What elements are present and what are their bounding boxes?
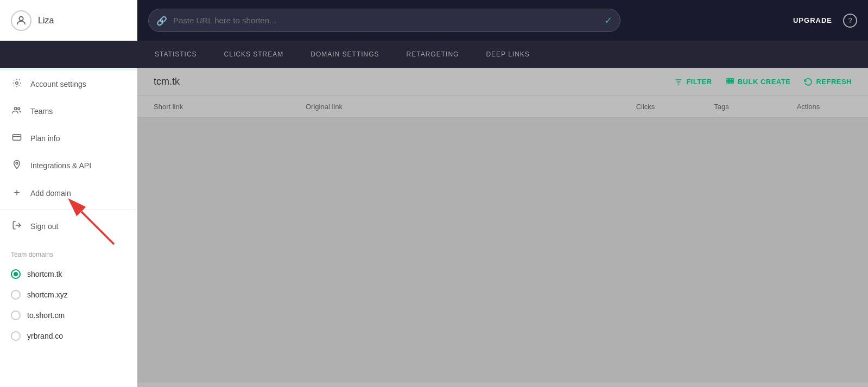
domain-item-shortcm-xyz[interactable]: shortcm.xyz: [11, 284, 126, 305]
svg-rect-18: [729, 81, 731, 83]
domain-radio: [11, 331, 21, 341]
tab-deep-links[interactable]: DEEP LINKS: [472, 41, 543, 68]
domain-title: tcm.tk: [154, 76, 180, 87]
sign-out-icon: [11, 220, 23, 232]
tab-clicks-stream[interactable]: CLICKS STREAM: [211, 41, 297, 68]
help-icon[interactable]: ?: [843, 14, 857, 28]
refresh-button[interactable]: REFRESH: [804, 78, 852, 86]
col-tags: Tags: [678, 103, 765, 111]
sidebar-item-sign-out[interactable]: Sign out: [0, 213, 137, 240]
domain-radio: [11, 290, 21, 300]
svg-point-5: [16, 82, 18, 85]
table-header: Short link Original link Clicks Tags Act…: [137, 96, 868, 118]
col-actions: Actions: [765, 103, 852, 111]
sidebar-item-add-domain[interactable]: + Add domain: [0, 179, 137, 207]
sidebar-item-label: Sign out: [30, 222, 58, 231]
user-avatar: [11, 10, 31, 31]
svg-rect-8: [13, 135, 21, 141]
domain-name: shortcm.tk: [27, 270, 62, 278]
plan-info-icon: [11, 132, 23, 144]
domain-name: yrbrand.co: [27, 332, 63, 340]
bulk-create-button[interactable]: BULK CREATE: [726, 78, 791, 86]
sidebar-item-label: Add domain: [30, 189, 71, 198]
content-area: tcm.tk FILTER BULK CREATE REFRESH Short …: [137, 68, 868, 387]
col-clicks: Clicks: [613, 103, 678, 111]
sidebar-item-label: Account settings: [30, 80, 86, 88]
sidebar-item-label: Teams: [30, 107, 53, 116]
col-original-link: Original link: [306, 103, 613, 111]
sidebar-item-label: Plan info: [30, 134, 60, 143]
user-name: Liza: [38, 16, 54, 26]
link-icon: 🔗: [156, 15, 167, 26]
teams-icon: [11, 105, 23, 117]
domain-name: to.short.cm: [27, 311, 65, 320]
check-icon: ✓: [604, 15, 612, 27]
sidebar-item-label: Integrations & API: [30, 161, 91, 170]
domain-item-to-short-cm[interactable]: to.short.cm: [11, 305, 126, 326]
domain-item-yrbrand-co[interactable]: yrbrand.co: [11, 326, 126, 346]
content-header: tcm.tk FILTER BULK CREATE REFRESH: [137, 68, 868, 96]
filter-button[interactable]: FILTER: [674, 78, 712, 86]
svg-rect-19: [732, 81, 733, 83]
col-short-link: Short link: [154, 103, 306, 111]
add-domain-icon: +: [11, 187, 23, 199]
svg-point-0: [19, 16, 23, 20]
integrations-icon: [11, 160, 23, 172]
sidebar-item-account-settings[interactable]: Account settings: [0, 71, 137, 98]
sidebar: Dashboard Account settings Teams Plan in…: [0, 41, 137, 387]
sidebar-item-integrations-api[interactable]: Integrations & API: [0, 152, 137, 179]
svg-rect-16: [732, 79, 733, 80]
table-body: [137, 118, 868, 383]
account-settings-icon: [11, 78, 23, 90]
url-input[interactable]: [148, 9, 620, 32]
domain-item-shortcm-tk[interactable]: shortcm.tk: [11, 264, 126, 284]
svg-rect-17: [727, 81, 728, 83]
tab-retargeting[interactable]: RETARGETING: [393, 41, 473, 68]
svg-point-6: [15, 107, 17, 110]
tab-domain-settings[interactable]: DOMAIN SETTINGS: [297, 41, 392, 68]
svg-rect-14: [727, 79, 728, 80]
domain-name: shortcm.xyz: [27, 290, 68, 299]
upgrade-button[interactable]: UPGRADE: [793, 16, 832, 24]
sidebar-item-plan-info[interactable]: Plan info: [0, 125, 137, 152]
domain-radio: [11, 310, 21, 320]
svg-point-7: [18, 107, 20, 110]
svg-rect-15: [729, 79, 731, 80]
domain-radio-active: [11, 269, 21, 279]
svg-point-9: [16, 162, 18, 164]
team-domains-label: Team domains: [11, 251, 126, 258]
sidebar-item-teams[interactable]: Teams: [0, 98, 137, 125]
tab-statistics[interactable]: STATISTICS: [141, 41, 211, 68]
